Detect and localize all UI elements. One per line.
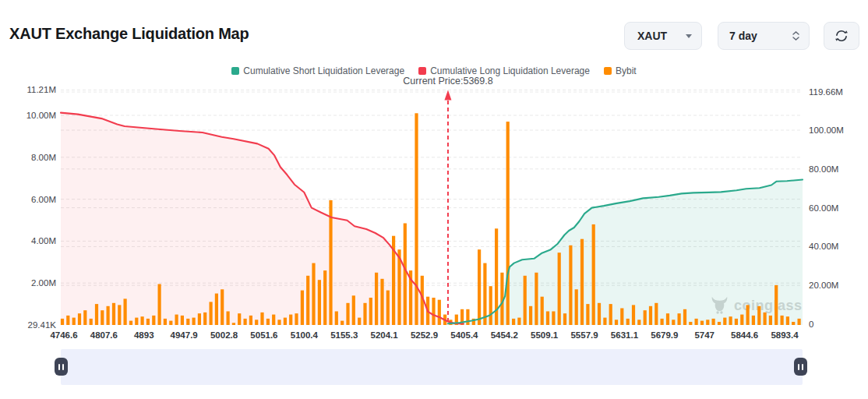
liquidation-bar — [90, 319, 93, 325]
liquidation-bar — [295, 313, 298, 325]
liquidation-bar — [203, 312, 206, 325]
liquidation-bar — [83, 310, 86, 325]
liquidation-bar — [358, 318, 361, 325]
axis-tick-label: 8.00M — [0, 152, 56, 163]
axis-tick-label: 6.00M — [0, 194, 56, 205]
liquidation-bar — [546, 312, 549, 326]
axis-tick-label: 0 — [809, 319, 813, 330]
liquidation-bar — [798, 319, 801, 325]
liquidation-bar — [569, 245, 572, 325]
liquidation-bar — [672, 320, 675, 325]
liquidation-bar — [718, 322, 721, 325]
liquidation-bar — [164, 319, 167, 325]
liquidation-bar — [301, 291, 304, 325]
liquidation-bar — [592, 224, 595, 325]
liquidation-bar — [404, 224, 407, 326]
axis-tick-label: 4.00M — [0, 235, 56, 246]
liquidation-bar — [466, 309, 469, 325]
axis-tick-label: 5252.9 — [411, 330, 438, 341]
liquidation-bar — [735, 319, 738, 325]
liquidation-bar — [626, 319, 630, 325]
liquidation-bar — [517, 318, 520, 325]
liquidation-bar — [774, 285, 778, 325]
liquidation-bar — [380, 279, 383, 325]
liquidation-bar — [266, 319, 270, 325]
liquidation-bar — [112, 303, 115, 325]
liquidation-bar — [284, 318, 287, 325]
range-slider-left-handle[interactable] — [55, 358, 68, 376]
axis-tick-label: 4893 — [134, 330, 154, 341]
liquidation-bar — [655, 303, 658, 325]
liquidation-bar — [615, 320, 618, 325]
liquidation-bar — [101, 310, 104, 325]
liquidation-bar — [346, 303, 349, 325]
liquidation-bar — [135, 318, 138, 325]
axis-tick-label: 29.41K — [0, 320, 56, 330]
liquidation-bar — [786, 316, 789, 325]
liquidation-bar — [438, 300, 441, 325]
liquidation-bar — [575, 289, 578, 325]
axis-tick-label: 5002.8 — [210, 330, 238, 341]
liquidation-bar — [529, 306, 532, 325]
liquidation-bar — [489, 286, 492, 325]
liquidation-bar — [723, 318, 726, 325]
axis-tick-label: 4807.6 — [90, 330, 118, 341]
liquidation-bar — [323, 270, 326, 325]
liquidation-chart — [0, 0, 868, 358]
axis-tick-label: 119.66M — [809, 87, 843, 97]
liquidation-bar — [238, 313, 241, 325]
liquidation-bar — [580, 239, 584, 325]
liquidation-bar — [95, 304, 98, 325]
liquidation-bar — [318, 280, 321, 325]
liquidation-bar — [558, 252, 561, 325]
liquidation-bar — [289, 315, 292, 325]
liquidation-bar — [369, 298, 372, 325]
axis-tick-label: 60.00M — [809, 203, 838, 214]
liquidation-bar — [700, 321, 704, 325]
liquidation-bar — [695, 319, 698, 325]
liquidation-bar — [152, 316, 155, 325]
liquidation-bar — [255, 320, 258, 325]
axis-tick-label: 5100.4 — [291, 330, 318, 341]
liquidation-bar — [72, 318, 76, 325]
liquidation-bar — [746, 305, 750, 325]
liquidation-bar — [66, 316, 69, 325]
liquidation-bar — [506, 122, 510, 325]
liquidation-bar — [386, 291, 390, 325]
liquidation-bar — [232, 323, 235, 325]
liquidation-bar — [158, 284, 161, 326]
liquidation-bar — [666, 313, 669, 325]
liquidation-bar — [192, 318, 196, 325]
liquidation-bar — [244, 319, 247, 325]
range-slider-right-handle[interactable] — [794, 358, 807, 376]
axis-tick-label: 20.00M — [809, 280, 838, 291]
range-slider-track[interactable] — [61, 349, 803, 385]
liquidation-bar — [215, 294, 218, 325]
liquidation-bar — [644, 310, 647, 325]
axis-tick-label: 80.00M — [809, 164, 838, 175]
axis-tick-label: 5405.4 — [450, 330, 478, 341]
liquidation-bar — [352, 295, 355, 325]
liquidation-bar — [186, 319, 189, 325]
liquidation-bar — [603, 318, 606, 325]
liquidation-bar — [210, 302, 213, 325]
liquidation-bar — [757, 306, 760, 325]
liquidation-bar — [175, 315, 178, 325]
liquidation-bar — [375, 273, 378, 325]
axis-tick-label: 100.00M — [809, 125, 844, 136]
liquidation-bar — [729, 316, 732, 325]
liquidation-bar — [752, 316, 755, 325]
current-price-arrow-icon — [444, 90, 451, 101]
liquidation-bar — [363, 303, 366, 325]
liquidation-bar — [706, 320, 709, 325]
liquidation-bar — [512, 319, 515, 325]
liquidation-bar — [181, 316, 184, 325]
liquidation-bar — [524, 276, 527, 325]
liquidation-bar — [340, 321, 344, 325]
liquidation-bar — [620, 309, 623, 326]
liquidation-bar — [227, 312, 230, 326]
axis-tick-label: 5679.9 — [651, 330, 678, 341]
axis-tick-label: 5051.6 — [250, 330, 277, 341]
axis-tick-label: 11.21M — [0, 84, 56, 95]
axis-tick-label: 5155.3 — [330, 330, 358, 341]
